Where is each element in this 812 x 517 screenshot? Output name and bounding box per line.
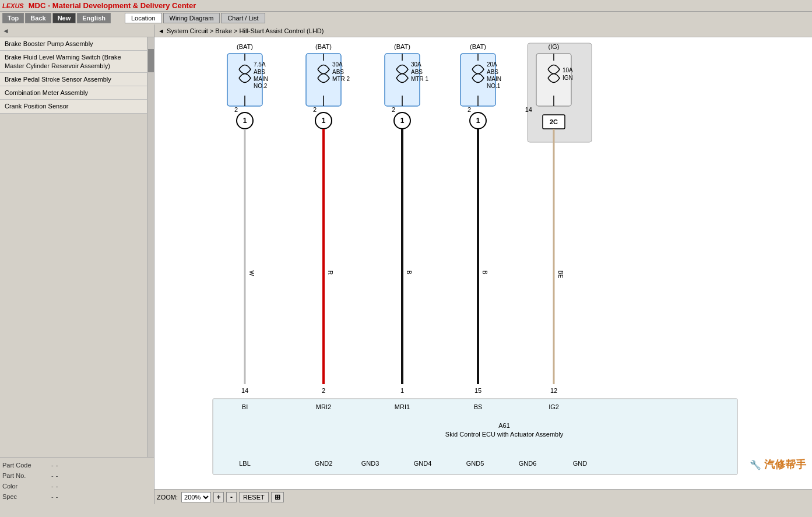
fuse5-label: (IG) [549, 43, 560, 50]
sidebar-breadcrumb-arrow[interactable]: ◄ [2, 27, 9, 35]
zoom-select[interactable]: 50%75%100%150%200%300% [181, 492, 211, 502]
ecu-label-mri2: MRI2 [316, 403, 331, 410]
fuse2-label: (BAT) [315, 43, 332, 50]
fuse1-amps: 7.5A [254, 61, 266, 68]
fuse1-name2: MAIN [254, 76, 268, 82]
fit-button[interactable]: ⊞ [271, 492, 284, 502]
zoom-label: ZOOM: [157, 494, 178, 501]
app-logo: LEXUS [2, 2, 24, 9]
bottom-label-gnd: GND [573, 460, 588, 467]
ecu-label-ig2: IG2 [549, 403, 559, 410]
fuse4-terminal-label: 1 [476, 117, 480, 125]
english-button[interactable]: English [77, 13, 111, 23]
sidebar-breadcrumb: ◄ [0, 24, 154, 37]
fuse5-wire-label: BE [557, 270, 564, 279]
fuse4-wire-label: B [481, 270, 488, 275]
back-button[interactable]: Back [25, 13, 51, 23]
fuse2-terminal-label: 1 [322, 117, 326, 125]
fuse5-name1: IGN [563, 75, 573, 81]
fuse5-amps: 10A [563, 67, 573, 73]
fuse3-name1: ABS [411, 69, 423, 75]
zoom-out-button[interactable]: - [226, 492, 237, 502]
bottom-label-gnd6: GND6 [519, 460, 537, 467]
fuse1-name3: NO.2 [254, 83, 268, 89]
diagram-area[interactable]: (BAT) 7.5A ABS MAIN NO.2 2 1 W [154, 37, 812, 489]
bottom-label-gnd3: GND3 [361, 460, 379, 467]
sidebar: ◄ Brake Booster Pump AssemblyBrake Fluid… [0, 24, 154, 504]
sidebar-list: Brake Booster Pump AssemblyBrake Fluid L… [0, 37, 147, 457]
sidebar-item-0[interactable]: Brake Booster Pump Assembly [0, 37, 147, 51]
ecu-label-bs: BS [474, 403, 483, 410]
reset-button[interactable]: RESET [239, 492, 269, 502]
sidebar-item-2[interactable]: Brake Pedal Stroke Sensor Assembly [0, 73, 147, 86]
nav-bar: Top Back New English Location Wiring Dia… [0, 12, 812, 24]
sidebar-item-4[interactable]: Crank Position Sensor [0, 100, 147, 113]
fuse1-bottom-pin: 14 [241, 387, 248, 394]
wiring-diagram-svg: (BAT) 7.5A ABS MAIN NO.2 2 1 W [154, 37, 807, 489]
prop-row-color: Color-- [2, 481, 152, 491]
content-area: ◄ System Circuit > Brake > Hill-Start As… [154, 24, 812, 504]
fuse3-label: (BAT) [394, 43, 410, 50]
prop-row-part-no.: Part No.-- [2, 470, 152, 481]
bottom-label-gnd5: GND5 [466, 460, 484, 467]
fuse3-amps: 30A [411, 61, 421, 68]
top-button[interactable]: Top [2, 13, 24, 23]
fuse4-amps: 20A [487, 61, 497, 68]
fuse4-name1: ABS [487, 69, 498, 75]
fuse2-pin-top: 2 [313, 106, 317, 113]
fuse3-terminal-label: 1 [400, 117, 405, 125]
chart-list-tab[interactable]: Chart / List [221, 13, 265, 23]
fuse4-pin-top: 2 [467, 106, 471, 113]
fuse2-name2: MTR 2 [332, 76, 350, 82]
ecu-code: A61 [498, 422, 510, 429]
fuse2-amps: 30A [332, 61, 343, 68]
fuse1-wire-label: W [248, 270, 255, 276]
bottom-label-lbl: LBL [239, 460, 251, 467]
location-tab[interactable]: Location [125, 13, 162, 23]
sidebar-item-3[interactable]: Combination Meter Assembly [0, 86, 147, 100]
content-breadcrumb: ◄ System Circuit > Brake > Hill-Start As… [154, 24, 812, 37]
ecu-label-bi: BI [242, 403, 248, 410]
zoom-in-button[interactable]: + [213, 492, 224, 502]
scroll-thumb[interactable] [148, 49, 154, 72]
fuse2-bottom-pin: 2 [322, 387, 325, 394]
fuse1-name1: ABS [254, 69, 265, 75]
bottom-label-gnd2: GND2 [315, 460, 333, 467]
content-breadcrumb-arrow: ◄ [158, 27, 164, 34]
fuse1-pin-top: 2 [234, 106, 238, 113]
new-button[interactable]: New [52, 13, 76, 23]
content-breadcrumb-text: System Circuit > Brake > Hill-Start Assi… [167, 27, 324, 34]
bottom-label-gnd4: GND4 [414, 460, 432, 467]
fuse3-bottom-pin: 1 [400, 387, 404, 394]
prop-row-part-code: Part Code-- [2, 460, 152, 470]
app-title: MDC - Material Development & Delivery Ce… [29, 1, 196, 10]
top-bar: LEXUS MDC - Material Development & Deliv… [0, 0, 812, 12]
fuse4-bottom-pin: 15 [474, 387, 481, 394]
properties-panel: Part Code--Part No.--Color--Spec-- [0, 457, 154, 504]
fuse1-terminal-label: 1 [243, 117, 247, 125]
fuse5-bottom-pin: 12 [550, 387, 557, 394]
fuse2-name1: ABS [332, 69, 344, 75]
wiring-diagram-tab[interactable]: Wiring Diagram [163, 13, 220, 23]
fuse1-label: (BAT) [237, 43, 253, 50]
fuse3-wire-label: B [406, 270, 412, 275]
sidebar-item-1[interactable]: Brake Fluid Level Warning Switch (Brake … [0, 51, 147, 73]
fuse4-name2: MAIN [487, 76, 501, 82]
ecu-name: Skid Control ECU with Actuator Assembly [445, 431, 564, 438]
prop-row-spec: Spec-- [2, 491, 152, 502]
fuse4-label: (BAT) [470, 43, 486, 50]
sidebar-scrollbar[interactable] [147, 37, 154, 457]
fuse2-wire-label: R [327, 270, 333, 275]
fuse5-pin-left: 14 [525, 106, 532, 113]
fuse5-terminal-label: 2C [550, 118, 558, 125]
main-layout: ◄ Brake Booster Pump AssemblyBrake Fluid… [0, 24, 812, 504]
fuse4-name3: NO.1 [487, 83, 501, 89]
fuse3-name2: MTR 1 [411, 76, 428, 82]
bottom-bar: ZOOM: 50%75%100%150%200%300% + - RESET ⊞ [154, 489, 812, 504]
fuse3-pin-top: 2 [392, 106, 395, 113]
sidebar-container: Brake Booster Pump AssemblyBrake Fluid L… [0, 37, 154, 457]
ecu-label-mri1: MRI1 [395, 403, 410, 410]
